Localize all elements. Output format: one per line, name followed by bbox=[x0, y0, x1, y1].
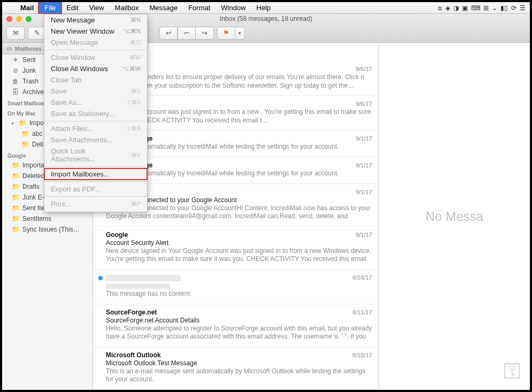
file-menu-import-mailboxes-[interactable]: Import Mailboxes... bbox=[44, 168, 147, 180]
battery-icon[interactable]: ▮▯ bbox=[500, 4, 508, 12]
menu-view[interactable]: View bbox=[84, 2, 110, 13]
message-from: SourceForge.net bbox=[106, 309, 157, 316]
file-menu-close-window: Close Window⌘W bbox=[44, 52, 147, 63]
menu-window[interactable]: Window bbox=[215, 2, 251, 13]
file-menu-attach-files-: Attach Files...⇧⌘A bbox=[44, 123, 147, 134]
message-date: 8/11/17 bbox=[352, 309, 372, 316]
folder-icon: 📁 bbox=[12, 183, 19, 190]
message-date: 9/6/17 bbox=[356, 66, 372, 72]
menu-icon[interactable]: ☰ bbox=[520, 4, 526, 12]
folder-icon: 🗄 bbox=[12, 88, 19, 96]
folder-icon: 📁 bbox=[21, 141, 29, 148]
message-row[interactable]: SourceForge.net8/11/17SourceForge.net Ac… bbox=[93, 304, 379, 347]
message-from: Microsoft Outlook bbox=[106, 351, 161, 359]
circle-icon[interactable]: ◑ bbox=[453, 4, 459, 12]
menu-help[interactable]: Help bbox=[251, 2, 276, 13]
file-menu-save-attachments-: Save Attachments... bbox=[44, 134, 147, 145]
folder-icon: 📁 bbox=[19, 119, 26, 127]
sidebar-item-label: SentItems bbox=[22, 215, 51, 222]
message-date: 9/6/17 bbox=[356, 101, 372, 107]
menu-file[interactable]: File bbox=[39, 2, 61, 13]
folder-icon: 📁 bbox=[12, 172, 19, 180]
message-subject: SourceForge.net Account Details bbox=[106, 317, 372, 324]
message-date: 9/1/17 bbox=[356, 135, 372, 142]
get-mail-button[interactable]: ✉ bbox=[6, 27, 25, 40]
file-menu-open-message: Open Message⌘O bbox=[44, 37, 147, 48]
file-menu-save-as-stationery-: Save as Stationery... bbox=[44, 108, 147, 119]
menu-format[interactable]: Format bbox=[183, 2, 215, 13]
folder-icon: 📁 bbox=[12, 162, 19, 169]
system-tray: ⧈ ◈ ◑ ▣ ⌨ ⊞ ⌄ ▮▯ ⟳ ☰ bbox=[434, 4, 530, 12]
folder-icon: 🗑 bbox=[12, 78, 19, 85]
message-date: 9/1/17 bbox=[356, 162, 372, 168]
sidebar-item-label: Trash bbox=[22, 78, 38, 85]
forward-button[interactable]: ↪ bbox=[196, 27, 214, 40]
message-date: 8/10/17 bbox=[352, 352, 372, 358]
window-title: Inbox (58 messages, 18 unread) bbox=[220, 15, 312, 22]
message-date: 9/1/17 bbox=[356, 232, 372, 238]
grid-icon[interactable]: ⊞ bbox=[483, 4, 489, 12]
message-subject: Microsoft Outlook Test Message bbox=[106, 359, 372, 367]
file-menu-quick-look-attachments-: Quick Look Attachments...⌘Y bbox=[44, 145, 147, 165]
menu-edit[interactable]: Edit bbox=[61, 2, 83, 13]
square-icon[interactable]: ▣ bbox=[462, 4, 468, 12]
diamond-icon[interactable]: ◈ bbox=[445, 4, 450, 12]
zoom-window-button[interactable] bbox=[26, 16, 32, 22]
folder-icon: 📁 bbox=[12, 215, 19, 222]
sidebar-item-label: Sent bbox=[22, 56, 36, 64]
menubar: Mail File Edit View Mailbox Message Form… bbox=[2, 2, 530, 14]
file-menu-print-: Print...⌘P bbox=[44, 198, 147, 210]
dropbox-icon[interactable]: ⧈ bbox=[438, 4, 442, 12]
unread-dot-icon bbox=[98, 276, 103, 280]
sidebar-item-label: Archive bbox=[22, 88, 44, 96]
sidebar-item-label: Drafts bbox=[22, 183, 40, 190]
key-icon: ⚿ bbox=[503, 360, 522, 382]
message-date: 8/24/17 bbox=[352, 274, 372, 281]
folder-icon: 📁 bbox=[12, 204, 19, 212]
file-menu-new-viewer-window[interactable]: New Viewer Window⌥⌘N bbox=[44, 26, 147, 37]
chevron-icon[interactable]: ⌄ bbox=[492, 4, 497, 12]
input-icon[interactable]: ⌨ bbox=[471, 4, 480, 12]
reply-all-button[interactable]: ⤺ bbox=[178, 27, 196, 40]
message-preview-pane: No Messa ⚿ bbox=[379, 43, 530, 390]
folder-icon: ⊘ bbox=[12, 67, 19, 74]
folder-icon: 📁 bbox=[21, 130, 29, 137]
sidebar-item-label: Junk bbox=[22, 67, 36, 74]
folder-icon: 📁 bbox=[12, 194, 19, 201]
file-menu-new-message[interactable]: New Message⌘N bbox=[44, 14, 147, 26]
message-preview: Hello, Someone attempted to register to … bbox=[106, 325, 372, 341]
file-menu-close-all-windows[interactable]: Close All Windows⌥⌘W bbox=[44, 63, 147, 74]
message-from: Google bbox=[106, 231, 128, 239]
sync-icon[interactable]: ⟳ bbox=[511, 4, 516, 12]
mailboxes-label: Mailboxes bbox=[15, 45, 42, 52]
no-message-label: No Messa bbox=[426, 209, 483, 224]
flag-dropdown-button[interactable]: ▾ bbox=[235, 27, 245, 40]
close-window-button[interactable] bbox=[6, 16, 12, 22]
minimize-window-button[interactable] bbox=[16, 16, 22, 22]
message-row[interactable]: Microsoft Outlook8/10/17Microsoft Outloo… bbox=[93, 347, 379, 390]
message-subject: Account Security Alert bbox=[106, 239, 372, 247]
message-preview: This message has no content. bbox=[106, 290, 372, 298]
sidebar-item-sentitems[interactable]: 📁SentItems bbox=[2, 213, 92, 224]
message-preview: New device signed in Your Google Account… bbox=[106, 247, 372, 264]
menu-mailbox[interactable]: Mailbox bbox=[110, 2, 144, 13]
flag-button[interactable]: ⚑ bbox=[217, 27, 235, 40]
reply-button[interactable]: ↩ bbox=[159, 27, 178, 40]
folder-icon: 📁 bbox=[12, 226, 19, 233]
message-date: 9/1/17 bbox=[356, 189, 372, 195]
message-preview: This is an e-mail message sent automatic… bbox=[106, 367, 372, 384]
flag-group: ⚑ ▾ bbox=[217, 27, 245, 40]
folder-icon: ✈ bbox=[12, 56, 19, 64]
mailbox-icon: ▭ bbox=[6, 45, 12, 52]
file-menu-export-as-pdf-: Export as PDF... bbox=[44, 183, 147, 195]
sidebar-item-label: abc bbox=[32, 130, 42, 137]
app-name[interactable]: Mail bbox=[15, 4, 39, 12]
file-menu-dropdown: New Message⌘NNew Viewer Window⌥⌘NOpen Me… bbox=[44, 14, 148, 212]
compose-button[interactable]: ✎ bbox=[28, 27, 46, 40]
message-row[interactable]: Google9/1/17Account Security AlertNew de… bbox=[93, 227, 379, 270]
message-row[interactable]: 8/24/17This message has no content. bbox=[93, 270, 379, 304]
sidebar-item-sync-issues-this-com-[interactable]: 📁Sync Issues (This com... bbox=[2, 224, 92, 235]
menu-message[interactable]: Message bbox=[144, 2, 183, 13]
message-from bbox=[106, 274, 181, 281]
file-menu-close-tab: Close Tab bbox=[44, 74, 147, 86]
